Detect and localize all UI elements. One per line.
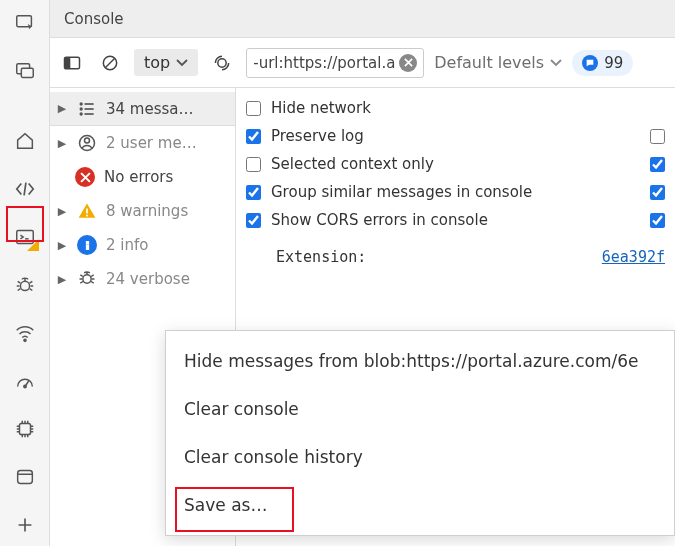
checkbox[interactable] [650,213,665,228]
filter-value: -url:https://portal.a [253,54,395,72]
extension-log-line: Extension: 6ea392f [246,248,665,266]
activity-bar [0,0,50,546]
menu-hide-messages[interactable]: Hide messages from blob:https://portal.a… [166,337,674,385]
svg-rect-18 [86,209,88,214]
menu-save-as[interactable]: Save as… [166,481,674,529]
sidebar-item-label: No errors [104,168,229,186]
checkbox[interactable] [246,101,261,116]
sidebar-item-warnings[interactable]: ▶ 8 warnings [50,194,235,228]
log-levels-dropdown[interactable]: Default levels [434,53,562,72]
sidebar-item-label: 2 info [106,236,229,254]
expand-arrow-icon: ▶ [56,137,68,150]
menu-clear-console[interactable]: Clear console [166,385,674,433]
menu-item-label: Clear console [184,399,299,419]
setting-label: Hide network [271,99,371,117]
svg-rect-10 [65,57,71,69]
inspect-icon[interactable] [8,6,42,40]
svg-rect-19 [86,215,88,217]
context-selector[interactable]: top [134,49,198,76]
chat-icon [582,55,598,71]
svg-point-4 [20,281,29,290]
sidebar-item-user[interactable]: ▶ 2 user me… [50,126,235,160]
setting-preserve-log[interactable]: Preserve log [246,122,665,150]
svg-point-13 [80,103,82,105]
verbose-icon [76,268,98,290]
svg-rect-2 [21,68,33,77]
error-icon [74,166,96,188]
sidebar-item-errors[interactable]: No errors [50,160,235,194]
checkbox[interactable] [246,213,261,228]
extension-label: Extension: [246,248,366,266]
setting-selected-context[interactable]: Selected context only [246,150,665,178]
extension-link[interactable]: 6ea392f [602,248,665,266]
expand-arrow-icon: ▶ [56,205,68,218]
sidebar-item-label: 24 verbose [106,270,229,288]
elements-icon[interactable] [8,172,42,206]
svg-point-6 [23,385,25,387]
performance-icon[interactable] [8,364,42,398]
checkbox[interactable] [650,185,665,200]
levels-label: Default levels [434,53,544,72]
expand-arrow-icon: ▶ [56,273,68,286]
svg-point-14 [80,108,82,110]
home-icon[interactable] [8,124,42,158]
warning-icon [76,200,98,222]
menu-item-label: Clear console history [184,447,363,467]
chevron-down-icon [176,59,188,67]
sidebar-item-info[interactable]: ▶ 2 info [50,228,235,262]
setting-label: Preserve log [271,127,364,145]
checkbox[interactable] [246,185,261,200]
issues-counter[interactable]: 99 [572,50,633,76]
application-icon[interactable] [8,460,42,494]
sidebar-item-label: 8 warnings [106,202,229,220]
setting-group-similar[interactable]: Group similar messages in console [246,178,665,206]
menu-clear-history[interactable]: Clear console history [166,433,674,481]
sidebar-item-label: 2 user me… [106,134,229,152]
issues-count: 99 [604,54,623,72]
add-tool-icon[interactable] [8,508,42,542]
svg-rect-8 [17,471,32,484]
sidebar-item-verbose[interactable]: ▶ 24 verbose [50,262,235,296]
clear-console-button[interactable] [96,49,124,77]
chevron-down-icon [550,59,562,67]
expand-arrow-icon: ▶ [56,239,68,252]
user-icon [76,132,98,154]
checkbox[interactable] [650,129,665,144]
setting-hide-network[interactable]: Hide network [246,94,665,122]
filter-input[interactable]: -url:https://portal.a [246,48,424,78]
svg-rect-7 [19,424,30,435]
panel-title: Console [50,0,675,38]
expand-arrow-icon: ▶ [56,102,68,115]
checkbox[interactable] [246,157,261,172]
live-expression-button[interactable] [208,49,236,77]
list-icon [76,98,98,120]
toggle-sidebar-button[interactable] [58,49,86,77]
console-icon[interactable] [8,220,42,254]
console-toolbar: top -url:https://portal.a Default levels [50,38,675,88]
sidebar-item-all[interactable]: ▶ 34 messa… [50,92,235,126]
svg-point-12 [218,58,226,66]
svg-point-22 [83,275,91,283]
setting-show-cors[interactable]: Show CORS errors in console [246,206,665,234]
svg-point-5 [23,339,25,341]
sources-bug-icon[interactable] [8,268,42,302]
context-label: top [144,53,170,72]
setting-label: Show CORS errors in console [271,211,488,229]
menu-item-label: Hide messages from blob:https://portal.a… [184,351,638,371]
svg-point-15 [80,113,82,115]
info-icon [76,234,98,256]
panel-title-text: Console [64,10,124,28]
svg-point-17 [85,138,90,143]
memory-icon[interactable] [8,412,42,446]
svg-rect-20 [86,241,88,243]
checkbox[interactable] [246,129,261,144]
network-icon[interactable] [8,316,42,350]
sidebar-item-label: 34 messa… [106,100,229,118]
svg-rect-21 [86,244,88,248]
clear-filter-button[interactable] [399,54,417,72]
setting-label: Group similar messages in console [271,183,532,201]
settings-right-checkbox-column [650,94,665,234]
menu-item-label: Save as… [184,495,267,515]
checkbox[interactable] [650,157,665,172]
dock-icon[interactable] [8,54,42,88]
